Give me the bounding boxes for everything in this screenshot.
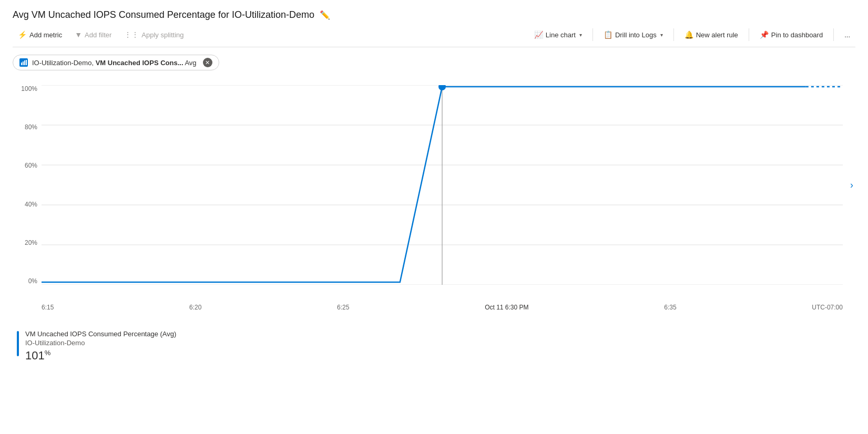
- edit-icon[interactable]: ✏️: [320, 10, 330, 20]
- y-label-40: 40%: [13, 201, 42, 208]
- legend-value: 101%: [25, 349, 176, 363]
- metric-pill-text: IO-Utilization-Demo, VM Uncached IOPS Co…: [32, 59, 197, 67]
- new-alert-icon: 🔔: [685, 30, 693, 39]
- chart-svg: [42, 85, 843, 285]
- drill-into-logs-button[interactable]: 📋 Drill into Logs ▾: [598, 28, 668, 42]
- toolbar-separator-4: [833, 28, 834, 41]
- new-alert-rule-button[interactable]: 🔔 New alert rule: [679, 28, 743, 42]
- page: Avg VM Uncached IOPS Consumed Percentage…: [0, 0, 868, 434]
- x-label-625: 6:25: [337, 304, 349, 311]
- x-label-620: 6:20: [189, 304, 201, 311]
- line-chart-icon: 📈: [534, 30, 543, 39]
- toolbar-left: ⚡ Add metric ▼ Add filter ⋮⋮ Apply split…: [13, 28, 529, 42]
- svg-rect-2: [24, 60, 25, 65]
- svg-rect-0: [21, 63, 22, 65]
- apply-splitting-button[interactable]: ⋮⋮ Apply splitting: [119, 28, 189, 42]
- toolbar-separator-1: [593, 28, 593, 41]
- legend-text: VM Uncached IOPS Consumed Percentage (Av…: [25, 330, 176, 363]
- legend: VM Uncached IOPS Consumed Percentage (Av…: [13, 330, 855, 363]
- x-label-635: 6:35: [664, 304, 676, 311]
- page-title: Avg VM Uncached IOPS Consumed Percentage…: [13, 9, 314, 20]
- toolbar: ⚡ Add metric ▼ Add filter ⋮⋮ Apply split…: [13, 28, 855, 47]
- x-label-630: Oct 11 6:30 PM: [485, 304, 528, 311]
- drill-logs-chevron: ▾: [660, 32, 663, 38]
- svg-point-11: [438, 85, 446, 90]
- y-label-60: 60%: [13, 162, 42, 169]
- svg-rect-1: [23, 61, 24, 65]
- toolbar-separator-2: [673, 28, 674, 41]
- chart-container: 0% 20% 40% 60% 80% 100%: [13, 85, 855, 306]
- line-chart-button[interactable]: 📈 Line chart ▾: [529, 28, 587, 42]
- y-label-80: 80%: [13, 123, 42, 131]
- add-metric-icon: ⚡: [18, 30, 27, 39]
- x-axis: 6:15 6:20 6:25 Oct 11 6:30 PM 6:35 UTC-0…: [42, 304, 843, 311]
- add-filter-button[interactable]: ▼ Add filter: [69, 28, 117, 42]
- legend-color-bar: [17, 331, 19, 356]
- toolbar-separator-3: [749, 28, 749, 41]
- apply-splitting-icon: ⋮⋮: [124, 30, 139, 39]
- legend-title: VM Uncached IOPS Consumed Percentage (Av…: [25, 330, 176, 338]
- metric-pill-icon: [19, 58, 28, 67]
- y-axis: 0% 20% 40% 60% 80% 100%: [13, 85, 42, 285]
- svg-rect-3: [26, 60, 27, 65]
- line-chart-chevron: ▾: [579, 32, 582, 38]
- pin-icon: 📌: [760, 30, 769, 39]
- y-label-100: 100%: [13, 85, 42, 92]
- metric-pill-close-button[interactable]: ✕: [203, 58, 212, 67]
- pin-to-dashboard-button[interactable]: 📌 Pin to dashboard: [754, 28, 828, 42]
- add-metric-button[interactable]: ⚡ Add metric: [13, 28, 67, 42]
- more-options-button[interactable]: ...: [839, 28, 855, 42]
- x-label-615: 6:15: [42, 304, 54, 311]
- x-label-timezone: UTC-07:00: [812, 304, 843, 311]
- metric-pill: IO-Utilization-Demo, VM Uncached IOPS Co…: [13, 55, 219, 70]
- legend-subtitle: IO-Utilization-Demo: [25, 339, 176, 347]
- toolbar-right: 📈 Line chart ▾ 📋 Drill into Logs ▾ 🔔 New…: [529, 28, 855, 42]
- y-label-20: 20%: [13, 239, 42, 246]
- title-row: Avg VM Uncached IOPS Consumed Percentage…: [13, 9, 855, 20]
- drill-logs-icon: 📋: [604, 30, 612, 39]
- chart-area: ›: [42, 85, 843, 285]
- expand-chart-button[interactable]: ›: [850, 180, 853, 191]
- add-filter-icon: ▼: [75, 30, 82, 39]
- y-label-0: 0%: [13, 277, 42, 285]
